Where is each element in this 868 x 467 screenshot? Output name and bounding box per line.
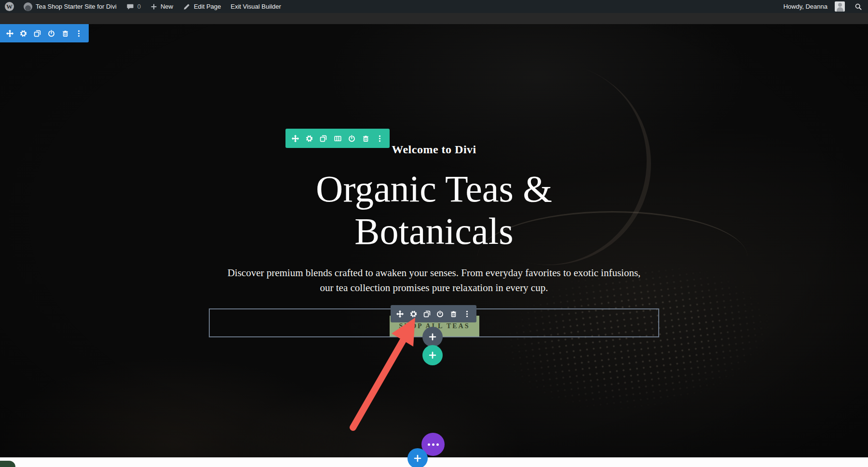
add-module-button[interactable] [422, 327, 443, 347]
add-section-button[interactable] [407, 448, 428, 467]
duplicate-icon[interactable] [319, 134, 327, 143]
wp-logo-menu[interactable]: W [0, 0, 19, 13]
row-toolbar [285, 129, 390, 148]
duplicate-icon[interactable] [423, 310, 431, 318]
gear-icon[interactable] [409, 310, 418, 318]
add-row-button[interactable] [422, 345, 443, 365]
dot-icon [428, 443, 430, 446]
dot-icon [436, 443, 439, 446]
site-name: Tea Shop Starter Site for Divi [36, 3, 117, 10]
edit-page-label: Edit Page [194, 3, 221, 10]
hero-title-line2: Botanicals [0, 210, 868, 253]
module-toolbar [391, 305, 476, 322]
section-toolbar [0, 24, 89, 42]
next-section-corner [0, 461, 15, 467]
trash-icon[interactable] [61, 29, 69, 38]
plus-icon [428, 333, 437, 341]
plus-icon [413, 454, 422, 463]
bottom-white-band [0, 457, 868, 467]
pencil-icon [183, 3, 190, 11]
page-background-gap [0, 13, 868, 24]
exit-visual-builder-label: Exit Visual Builder [231, 3, 281, 10]
exit-visual-builder-menu[interactable]: Exit Visual Builder [226, 0, 286, 13]
howdy-label: Howdy, Deanna [783, 3, 827, 10]
move-icon[interactable] [6, 29, 14, 38]
hero-eyebrow: Welcome to Divi [0, 143, 868, 156]
options-icon[interactable] [463, 310, 471, 318]
new-content-menu[interactable]: New [146, 0, 178, 13]
comment-count: 0 [137, 3, 141, 10]
options-icon[interactable] [75, 29, 83, 38]
trash-icon[interactable] [362, 134, 370, 143]
gear-icon[interactable] [19, 29, 27, 38]
gear-icon[interactable] [305, 134, 313, 143]
new-label: New [161, 3, 173, 10]
search-icon [854, 3, 862, 11]
account-menu[interactable]: Howdy, Deanna [781, 0, 852, 13]
site-menu[interactable]: Tea Shop Starter Site for Divi [19, 0, 122, 13]
save-to-library-icon[interactable] [47, 29, 55, 38]
divi-visual-builder-screen: W Tea Shop Starter Site for Divi 0 New E… [0, 0, 868, 467]
hero-title-line1: Organic Teas & [0, 168, 868, 210]
user-avatar [835, 1, 845, 12]
columns-icon[interactable] [334, 134, 342, 143]
move-icon[interactable] [291, 134, 299, 143]
hero-description: Discover premium blends crafted to awake… [224, 266, 644, 295]
comment-bubble-icon [126, 3, 134, 11]
dot-icon [432, 443, 434, 446]
edit-page-menu[interactable]: Edit Page [178, 0, 226, 13]
admin-search-button[interactable] [852, 0, 868, 13]
options-icon[interactable] [376, 134, 384, 143]
trash-icon[interactable] [449, 310, 458, 318]
duplicate-icon[interactable] [33, 29, 41, 38]
wordpress-logo-icon: W [5, 2, 14, 11]
wp-admin-bar: W Tea Shop Starter Site for Divi 0 New E… [0, 0, 868, 13]
move-icon[interactable] [396, 310, 404, 318]
comments-menu[interactable]: 0 [122, 0, 146, 13]
save-to-library-icon[interactable] [348, 134, 356, 143]
plus-icon [150, 3, 157, 10]
site-icon [24, 2, 32, 11]
plus-icon [428, 351, 437, 360]
save-to-library-icon[interactable] [436, 310, 444, 318]
hero-title: Organic Teas & Botanicals [0, 168, 868, 253]
